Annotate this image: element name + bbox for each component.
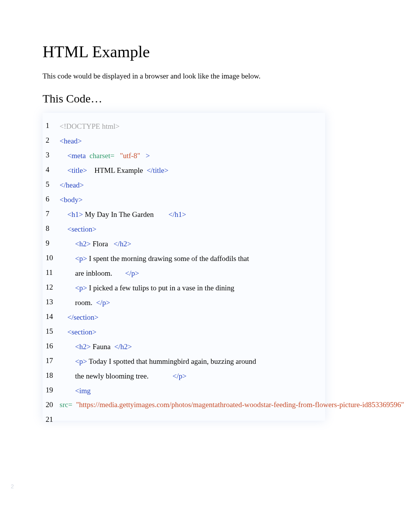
page-title: HTML Example — [43, 43, 368, 61]
code-line: src= "https://media.gettyimages.com/phot… — [44, 398, 318, 414]
tag-close: > — [146, 152, 150, 160]
line-number: 14 — [46, 309, 57, 324]
code-line: <section> — [60, 325, 318, 339]
tag-p-close: </p> — [125, 269, 139, 277]
h1-text: My Day In The Garden — [83, 210, 154, 218]
line-number: 6 — [46, 192, 57, 206]
tag-head-open: <head> — [60, 137, 82, 145]
tag-section-open: <section> — [67, 328, 96, 336]
tag-img: <img — [75, 387, 91, 395]
tag-p-close: </p> — [96, 298, 110, 307]
code-line: are inbloom. </p> — [60, 266, 318, 281]
code-line: <p> I picked a few tulips to put in a va… — [60, 281, 318, 295]
code-line: <p> Today I spotted that hummingbird aga… — [60, 354, 318, 369]
line-number: 20 — [46, 397, 57, 412]
attr-charset: charset= — [89, 152, 115, 160]
line-number: 21 — [46, 412, 57, 427]
p-text-cont: are inbloom. — [75, 269, 112, 277]
section-heading: This Code… — [43, 92, 368, 105]
doctype: <!DOCTYPE html> — [60, 122, 120, 130]
code-line: room. </p> — [60, 295, 318, 310]
p-text-cont: room. — [75, 298, 94, 307]
line-number: 4 — [46, 162, 57, 177]
tag-h2-open: <h2> — [75, 343, 91, 351]
code-line: <p> I spent the morning drawing some of … — [60, 251, 318, 266]
tag-h2-close: </h2> — [114, 343, 132, 351]
tag-p-close: </p> — [173, 372, 187, 380]
intro-text: This code would be displayed in a browse… — [43, 72, 368, 80]
tag-body-open: <body> — [60, 196, 82, 204]
code-line: <title> HTML Example </title> — [60, 163, 318, 178]
document-page: HTML Example This code would be displaye… — [0, 0, 411, 532]
code-line: </section> — [60, 310, 318, 325]
line-number: 10 — [46, 251, 57, 265]
line-number: 9 — [46, 236, 57, 251]
line-number: 17 — [46, 353, 57, 368]
val-utf8: "utf-8" — [120, 152, 140, 160]
line-number: 16 — [46, 339, 57, 353]
attr-src: src= — [60, 401, 72, 409]
code-line: <body> — [60, 193, 318, 207]
page-number: 2 — [11, 483, 14, 489]
p-text: Today I spotted that hummingbird again, … — [87, 357, 256, 365]
line-number: 15 — [46, 324, 57, 339]
tag-h2-close: </h2> — [114, 240, 132, 248]
tag-head-close: </head> — [60, 181, 84, 189]
line-number: 3 — [46, 148, 57, 162]
code-line: <img — [60, 384, 318, 398]
tag-p-open: <p> — [75, 254, 87, 263]
p-text: I spent the morning drawing some of the … — [87, 254, 249, 263]
title-text: HTML Example — [92, 166, 145, 174]
tag-title-open: <title> — [67, 166, 87, 174]
line-number: 2 — [46, 133, 57, 148]
tag-section-open: <section> — [67, 225, 96, 233]
code-line: <meta charset= "utf-8" > — [60, 148, 318, 163]
p-text-cont: the newly blooming tree. — [75, 372, 149, 380]
line-number: 13 — [46, 295, 57, 309]
line-number: 8 — [46, 221, 57, 236]
code-line: <h1> My Day In The Garden </h1> — [60, 207, 318, 222]
line-number: 19 — [46, 383, 57, 397]
h2-text-flora: Flora — [91, 240, 110, 248]
code-line: </head> — [60, 178, 318, 193]
tag-meta: <meta — [67, 152, 86, 160]
line-number: 1 — [46, 118, 57, 133]
tag-h1-open: <h1> — [67, 210, 83, 218]
line-number: 12 — [46, 280, 57, 295]
code-line: <!DOCTYPE html> — [60, 119, 318, 134]
tag-h1-close: </h1> — [168, 210, 186, 218]
tag-p-open: <p> — [75, 284, 87, 292]
p-text: I picked a few tulips to put in a vase i… — [87, 284, 234, 292]
line-number: 11 — [46, 265, 57, 280]
line-number: 5 — [46, 177, 57, 192]
h2-text-fauna: Fauna — [91, 343, 112, 351]
code-line: <section> — [60, 222, 318, 237]
tag-section-close: </section> — [67, 313, 99, 321]
code-line: <head> — [60, 134, 318, 148]
line-number: 18 — [46, 368, 57, 383]
tag-p-open: <p> — [75, 357, 87, 365]
val-url: "https://media.gettyimages.com/photos/ma… — [76, 401, 404, 409]
line-number: 7 — [46, 206, 57, 221]
code-line: <h2> Flora </h2> — [60, 237, 318, 251]
line-number-gutter: 1 2 3 4 5 6 7 8 9 10 11 12 13 14 15 16 1… — [46, 118, 57, 427]
code-block: 1 2 3 4 5 6 7 8 9 10 11 12 13 14 15 16 1… — [43, 113, 325, 421]
code-line: <h2> Fauna </h2> — [60, 339, 318, 354]
code-lines: <!DOCTYPE html> <head> <meta charset= "u… — [60, 119, 318, 414]
tag-title-close: </title> — [147, 166, 168, 174]
code-line: the newly blooming tree. </p> — [60, 369, 318, 384]
tag-h2-open: <h2> — [75, 240, 91, 248]
